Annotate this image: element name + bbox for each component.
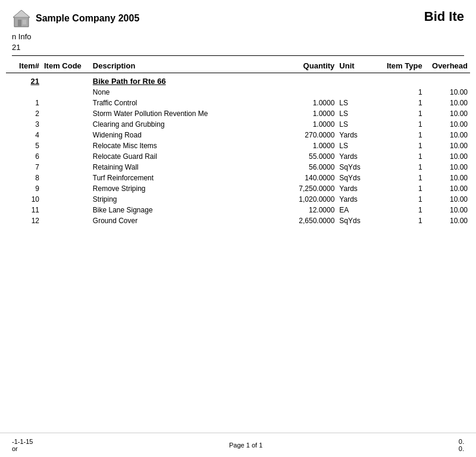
col-header-overhead: Overhead bbox=[425, 59, 470, 73]
item-overhead: 10.00 bbox=[425, 215, 470, 226]
item-unit bbox=[337, 87, 372, 98]
item-desc: Widening Road bbox=[90, 130, 272, 140]
item-qty: 56.0000 bbox=[272, 162, 337, 173]
svg-rect-2 bbox=[23, 20, 26, 24]
item-code bbox=[42, 205, 90, 215]
page: Sample Company 2005 Bid Ite n Info 21 It… bbox=[0, 0, 476, 457]
item-unit: LS bbox=[337, 140, 372, 151]
item-unit: LS bbox=[337, 119, 372, 130]
item-qty: 1.0000 bbox=[272, 119, 337, 130]
item-overhead: 10.00 bbox=[425, 194, 470, 205]
item-type: 1 bbox=[372, 183, 424, 194]
bid-items-table: Item# Item Code Description Quantity Uni… bbox=[6, 59, 470, 226]
group-itemtype bbox=[372, 73, 424, 87]
col-header-itemnum: Item# bbox=[6, 59, 42, 73]
item-type: 1 bbox=[372, 215, 424, 226]
item-qty: 1.0000 bbox=[272, 98, 337, 108]
item-type: 1 bbox=[372, 173, 424, 183]
footer: -1-1-15 or Page 1 of 1 0. 0. bbox=[0, 433, 476, 457]
item-qty: 12.0000 bbox=[272, 205, 337, 215]
group-qty bbox=[272, 73, 337, 87]
item-qty: 1,020.0000 bbox=[272, 194, 337, 205]
group-unit bbox=[337, 73, 372, 87]
item-overhead: 10.00 bbox=[425, 151, 470, 162]
item-num: 8 bbox=[6, 173, 42, 183]
item-qty bbox=[272, 87, 337, 98]
table-row: 3 Clearing and Grubbing 1.0000 LS 1 10.0… bbox=[6, 119, 470, 130]
item-type: 1 bbox=[372, 151, 424, 162]
item-type: 1 bbox=[372, 119, 424, 130]
col-header-itemtype: Item Type bbox=[372, 59, 424, 73]
item-unit: SqYds bbox=[337, 215, 372, 226]
col-header-description: Description bbox=[90, 59, 272, 73]
table-row: 7 Retaining Wall 56.0000 SqYds 1 10.00 bbox=[6, 162, 470, 173]
item-num: 5 bbox=[6, 140, 42, 151]
item-code bbox=[42, 108, 90, 119]
footer-right-line2: 0. bbox=[459, 445, 464, 452]
item-type: 1 bbox=[372, 205, 424, 215]
item-desc: Bike Lane Signage bbox=[90, 205, 272, 215]
item-code bbox=[42, 173, 90, 183]
item-type: 1 bbox=[372, 130, 424, 140]
group-code bbox=[42, 73, 90, 87]
item-qty: 2,650.0000 bbox=[272, 215, 337, 226]
item-overhead: 10.00 bbox=[425, 108, 470, 119]
company-section: Sample Company 2005 bbox=[12, 9, 139, 28]
table-container: Item# Item Code Description Quantity Uni… bbox=[0, 59, 476, 226]
table-body: 21 Bike Path for Rte 66 None 1 10.00 1 T… bbox=[6, 73, 470, 227]
item-code bbox=[42, 119, 90, 130]
item-overhead: 10.00 bbox=[425, 162, 470, 173]
item-qty: 140.0000 bbox=[272, 173, 337, 183]
item-desc: Clearing and Grubbing bbox=[90, 119, 272, 130]
footer-left-line2: or bbox=[12, 445, 33, 452]
item-unit: SqYds bbox=[337, 162, 372, 173]
sub-info-number: 21 bbox=[0, 42, 476, 52]
item-desc: Storm Water Pollution Revention Me bbox=[90, 108, 272, 119]
item-overhead: 10.00 bbox=[425, 183, 470, 194]
item-desc: Relocate Guard Rail bbox=[90, 151, 272, 162]
item-desc: Striping bbox=[90, 194, 272, 205]
table-row: 5 Relocate Misc Items 1.0000 LS 1 10.00 bbox=[6, 140, 470, 151]
report-title: Bid Ite bbox=[424, 9, 464, 24]
item-unit: LS bbox=[337, 108, 372, 119]
table-row: 9 Remove Striping 7,250.0000 Yards 1 10.… bbox=[6, 183, 470, 194]
table-row: 6 Relocate Guard Rail 55.0000 Yards 1 10… bbox=[6, 151, 470, 162]
item-desc: Retaining Wall bbox=[90, 162, 272, 173]
table-row: 10 Striping 1,020.0000 Yards 1 10.00 bbox=[6, 194, 470, 205]
table-row: 12 Ground Cover 2,650.0000 SqYds 1 10.00 bbox=[6, 215, 470, 226]
group-overhead bbox=[425, 73, 470, 87]
item-unit: Yards bbox=[337, 183, 372, 194]
item-desc: Remove Striping bbox=[90, 183, 272, 194]
item-unit: SqYds bbox=[337, 173, 372, 183]
table-row: 2 Storm Water Pollution Revention Me 1.0… bbox=[6, 108, 470, 119]
table-row: 8 Turf Reinforcement 140.0000 SqYds 1 10… bbox=[6, 173, 470, 183]
item-type: 1 bbox=[372, 98, 424, 108]
item-unit: LS bbox=[337, 98, 372, 108]
item-qty: 7,250.0000 bbox=[272, 183, 337, 194]
item-unit: Yards bbox=[337, 151, 372, 162]
item-type: 1 bbox=[372, 140, 424, 151]
item-qty: 1.0000 bbox=[272, 140, 337, 151]
footer-right: 0. 0. bbox=[459, 438, 464, 452]
item-num: 1 bbox=[6, 98, 42, 108]
table-group-row: 21 Bike Path for Rte 66 bbox=[6, 73, 470, 87]
table-row: 1 Traffic Control 1.0000 LS 1 10.00 bbox=[6, 98, 470, 108]
footer-center: Page 1 of 1 bbox=[229, 442, 262, 449]
col-header-itemcode: Item Code bbox=[42, 59, 90, 73]
item-code bbox=[42, 183, 90, 194]
item-num: 10 bbox=[6, 194, 42, 205]
footer-right-line1: 0. bbox=[459, 438, 464, 445]
item-num: 7 bbox=[6, 162, 42, 173]
item-type: 1 bbox=[372, 162, 424, 173]
item-num: 9 bbox=[6, 183, 42, 194]
item-overhead: 10.00 bbox=[425, 87, 470, 98]
item-code bbox=[42, 130, 90, 140]
item-desc: Relocate Misc Items bbox=[90, 140, 272, 151]
item-overhead: 10.00 bbox=[425, 119, 470, 130]
footer-left: -1-1-15 or bbox=[12, 438, 33, 452]
item-code bbox=[42, 194, 90, 205]
item-num: 6 bbox=[6, 151, 42, 162]
item-desc: Ground Cover bbox=[90, 215, 272, 226]
item-num: 11 bbox=[6, 205, 42, 215]
item-code bbox=[42, 87, 90, 98]
